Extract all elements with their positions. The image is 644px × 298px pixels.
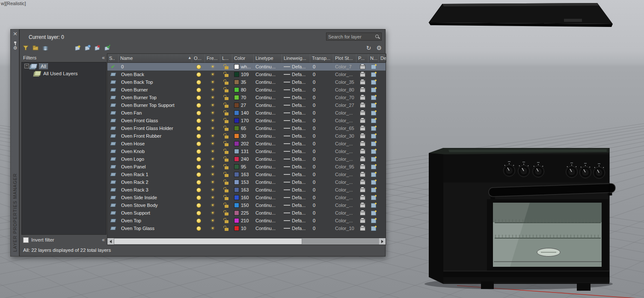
layer-lock-toggle[interactable] bbox=[220, 94, 232, 101]
layer-color-cell[interactable]: 131 bbox=[232, 148, 254, 155]
layer-on-toggle[interactable] bbox=[192, 194, 205, 201]
layer-row[interactable]: Oven Hose ☀ 202 Continu... Defa... 0 Col… bbox=[107, 140, 386, 148]
layer-new-vp-freeze-toggle[interactable] bbox=[368, 148, 379, 155]
layer-linetype[interactable]: Continu... bbox=[254, 224, 282, 232]
layer-linetype[interactable]: Continu... bbox=[254, 148, 282, 155]
layer-transparency[interactable]: 0 bbox=[310, 124, 333, 132]
layer-on-toggle[interactable] bbox=[192, 148, 205, 155]
layer-new-vp-freeze-toggle[interactable] bbox=[368, 117, 379, 124]
column-header-new-vp-freeze[interactable]: N... bbox=[368, 54, 379, 62]
layer-search-box[interactable] bbox=[326, 32, 382, 41]
layer-lineweight[interactable]: Defa... bbox=[282, 217, 310, 224]
layer-name[interactable]: 0 bbox=[119, 63, 192, 71]
layer-linetype[interactable]: Continu... bbox=[254, 155, 282, 163]
layer-lock-toggle[interactable] bbox=[220, 178, 232, 186]
column-header-linetype[interactable]: Linetype bbox=[254, 54, 282, 62]
layer-linetype[interactable]: Continu... bbox=[254, 109, 282, 117]
layer-on-toggle[interactable] bbox=[192, 117, 205, 124]
layer-color-cell[interactable]: 109 bbox=[232, 71, 254, 78]
layer-transparency[interactable]: 0 bbox=[310, 186, 333, 194]
layer-plot-toggle[interactable] bbox=[356, 201, 368, 209]
layer-name[interactable]: Oven Back bbox=[119, 71, 192, 78]
layer-lineweight[interactable]: Defa... bbox=[282, 124, 310, 132]
layer-freeze-toggle[interactable]: ☀ bbox=[205, 78, 220, 86]
layer-plot-toggle[interactable] bbox=[356, 186, 368, 194]
layer-lock-toggle[interactable] bbox=[220, 132, 232, 140]
layer-row[interactable]: Oven Back ☀ 109 Continu... Defa... 0 Col… bbox=[107, 71, 386, 78]
column-header-description[interactable]: De... bbox=[379, 54, 386, 62]
layer-transparency[interactable]: 0 bbox=[310, 101, 333, 109]
layer-row[interactable]: Oven Knob ☀ 131 Continu... Defa... 0 Col… bbox=[107, 148, 386, 155]
layer-color-cell[interactable]: 170 bbox=[232, 117, 254, 124]
layer-plot-toggle[interactable] bbox=[356, 124, 368, 132]
column-header-color[interactable]: Color bbox=[232, 54, 254, 62]
layer-row[interactable]: Oven Top ☀ 210 Continu... Defa... 0 Colo… bbox=[107, 217, 386, 224]
layer-lineweight[interactable]: Defa... bbox=[282, 78, 310, 86]
layer-transparency[interactable]: 0 bbox=[310, 217, 333, 224]
layer-color-cell[interactable]: 163 bbox=[232, 186, 254, 194]
column-header-transparency[interactable]: Transp... bbox=[310, 54, 333, 62]
layer-row[interactable]: Oven Panel ☀ 95 Continu... Defa... 0 Col… bbox=[107, 163, 386, 171]
layer-row[interactable]: Oven Front Glass ☀ 170 Continu... Defa..… bbox=[107, 117, 386, 124]
column-header-lock[interactable]: L... bbox=[220, 54, 232, 62]
layer-freeze-toggle[interactable]: ☀ bbox=[205, 155, 220, 163]
layer-new-vp-freeze-toggle[interactable] bbox=[368, 124, 379, 132]
layer-color-cell[interactable]: 65 bbox=[232, 124, 254, 132]
search-icon[interactable] bbox=[375, 34, 380, 39]
scrollbar-track[interactable] bbox=[114, 238, 379, 245]
set-current-layer-button[interactable] bbox=[103, 44, 111, 51]
layer-transparency[interactable]: 0 bbox=[310, 94, 333, 101]
layer-new-vp-freeze-toggle[interactable] bbox=[368, 101, 379, 109]
layer-lock-toggle[interactable] bbox=[220, 101, 232, 109]
column-header-plot-style[interactable]: Plot St... bbox=[333, 54, 356, 62]
layer-color-cell[interactable]: 225 bbox=[232, 209, 254, 217]
layer-lineweight[interactable]: Defa... bbox=[282, 178, 310, 186]
layer-color-cell[interactable]: 240 bbox=[232, 155, 254, 163]
scroll-right-button[interactable] bbox=[379, 238, 386, 245]
layer-name[interactable]: Oven Logo bbox=[119, 155, 192, 163]
layer-transparency[interactable]: 0 bbox=[310, 109, 333, 117]
layer-row[interactable]: Oven Front Rubber ☀ 30 Continu... Defa..… bbox=[107, 132, 386, 140]
layer-plot-toggle[interactable] bbox=[356, 194, 368, 201]
layer-transparency[interactable]: 0 bbox=[310, 194, 333, 201]
layer-new-vp-freeze-toggle[interactable] bbox=[368, 178, 379, 186]
layer-transparency[interactable]: 0 bbox=[310, 209, 333, 217]
invert-filter-checkbox[interactable] bbox=[23, 237, 29, 243]
layer-color-cell[interactable]: 95 bbox=[232, 163, 254, 171]
layer-name[interactable]: Oven Burner Top bbox=[119, 94, 192, 101]
layer-lineweight[interactable]: Defa... bbox=[282, 171, 310, 178]
column-header-lineweight[interactable]: Lineweig... bbox=[282, 54, 310, 62]
layer-row[interactable]: Oven Side Inside ☀ 160 Continu... Defa..… bbox=[107, 194, 386, 201]
layer-name[interactable]: Oven Rack 2 bbox=[119, 178, 192, 186]
layer-row[interactable]: Oven Burner Top Support ☀ 27 Continu... … bbox=[107, 101, 386, 109]
layer-description[interactable] bbox=[379, 186, 386, 194]
layer-linetype[interactable]: Continu... bbox=[254, 178, 282, 186]
layer-plot-toggle[interactable] bbox=[356, 101, 368, 109]
layer-freeze-toggle[interactable]: ☀ bbox=[205, 224, 220, 232]
new-group-filter-button[interactable] bbox=[32, 44, 39, 51]
layer-on-toggle[interactable] bbox=[192, 94, 205, 101]
layer-linetype[interactable]: Continu... bbox=[254, 63, 282, 71]
layer-linetype[interactable]: Continu... bbox=[254, 124, 282, 132]
layer-freeze-toggle[interactable]: ☀ bbox=[205, 186, 220, 194]
layer-plot-toggle[interactable] bbox=[356, 163, 368, 171]
layer-new-vp-freeze-toggle[interactable] bbox=[368, 194, 379, 201]
layer-freeze-toggle[interactable]: ☀ bbox=[205, 63, 220, 71]
layer-description[interactable] bbox=[379, 94, 386, 101]
layer-name[interactable]: Oven Rack 1 bbox=[119, 171, 192, 178]
layer-lock-toggle[interactable] bbox=[220, 148, 232, 155]
layer-freeze-toggle[interactable]: ☀ bbox=[205, 109, 220, 117]
layer-new-vp-freeze-toggle[interactable] bbox=[368, 224, 379, 232]
layer-linetype[interactable]: Continu... bbox=[254, 78, 282, 86]
layer-freeze-toggle[interactable]: ☀ bbox=[205, 117, 220, 124]
layer-new-vp-freeze-toggle[interactable] bbox=[368, 155, 379, 163]
layer-lock-toggle[interactable] bbox=[220, 71, 232, 78]
layer-lock-toggle[interactable] bbox=[220, 86, 232, 94]
layer-on-toggle[interactable] bbox=[192, 224, 205, 232]
layer-name[interactable]: Oven Fan bbox=[119, 109, 192, 117]
layer-row[interactable]: Oven Logo ☀ 240 Continu... Defa... 0 Col… bbox=[107, 155, 386, 163]
layer-on-toggle[interactable] bbox=[192, 101, 205, 109]
oven-model[interactable] bbox=[424, 148, 616, 291]
layer-name[interactable]: Oven Panel bbox=[119, 163, 192, 171]
layer-linetype[interactable]: Continu... bbox=[254, 86, 282, 94]
